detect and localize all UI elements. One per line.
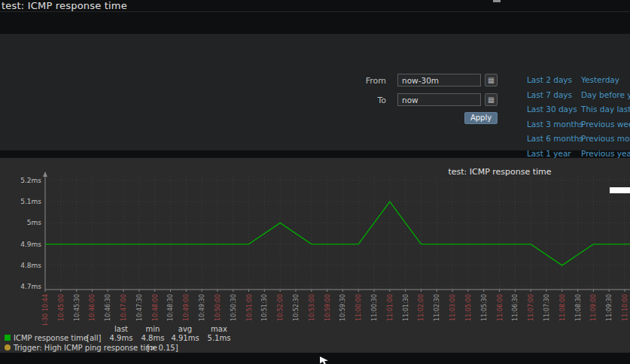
legend-header-max: max [196,325,242,333]
x-axis-label: 11:00:00 [355,294,362,321]
x-axis-label: 11:05:30 [481,294,488,321]
x-axis-label: 10:47:00 [120,294,127,321]
from-label: From [354,76,386,86]
quicklink-previous-week[interactable]: Previous week [581,117,630,132]
x-axis-label: 10:51:30 [261,294,268,321]
x-axis-label: 10:47:30 [136,294,143,321]
to-calendar-icon[interactable]: ▦ [485,93,498,106]
time-filter-panel: From ▦ To ▦ Apply Last 2 daysLast 7 days… [0,34,630,150]
quicklink-last-6-months[interactable]: Last 6 months [527,132,583,147]
zabbix-page: test: ICMP response time From ▦ To ▦ App… [0,0,630,364]
x-axis-label: 11:09:30 [606,294,613,321]
quicklink-previous-month[interactable]: Previous month [581,132,630,147]
x-axis-label: 10:50:30 [230,294,237,321]
x-axis-label: 11:08:00 [559,294,566,321]
quicklink-last-30-days[interactable]: Last 30 days [527,102,583,117]
x-axis-label: 11:07:00 [528,294,534,321]
response-time-chart: 5.2ms5.1ms5ms4.9ms4.8ms4.7ms04-30 10:441… [0,158,630,325]
x-axis-label: 11:00:30 [371,294,378,321]
quicklink-yesterday[interactable]: Yesterday [581,73,630,88]
x-axis-label: 11:02:30 [434,294,440,321]
graph-widget: 5.2ms5.1ms5ms4.9ms4.8ms4.7ms04-30 10:441… [0,158,630,353]
chart-title: test: ICMP response time [448,167,551,177]
to-label: To [354,96,386,105]
from-calendar-icon[interactable]: ▦ [485,74,498,86]
trigger-dot-icon [5,344,11,350]
y-axis-label: 4.9ms [20,241,41,248]
trigger-condition: [> 0.15] [147,344,178,352]
series-line-icmp-response-time [45,202,630,265]
x-axis-label: 10:59:30 [339,294,346,321]
y-axis-label: 5.1ms [20,198,41,205]
x-axis-label: 11:07:30 [543,294,550,321]
quicklink-last-2-days[interactable]: Last 2 days [527,73,583,88]
x-axis-label: 10:49:00 [183,294,190,321]
x-axis-label: 10:53:00 [309,294,315,321]
quick-links-col2: YesterdayDay before yesterdayThis day la… [581,73,630,161]
x-axis-label: 10:52:30 [293,294,300,321]
x-axis-label: 10:59:00 [324,294,331,321]
x-axis-label: 11:06:30 [512,294,519,321]
quicklink-this-day-last-week[interactable]: This day last week [581,102,630,117]
header-separator [0,11,630,12]
x-axis-label: 04-30 10:44 [42,294,49,325]
to-input[interactable] [397,93,481,106]
x-axis-label: 11:03:00 [449,294,456,321]
x-axis-label: 11:01:30 [403,294,409,321]
series-name: ICMP response time [14,334,88,342]
x-axis-label: 10:45:00 [58,294,65,321]
x-axis-label: 10:49:30 [199,294,205,321]
x-axis-label: 11:09:00 [590,294,597,321]
y-axis-label: 4.7ms [20,283,41,290]
legend-header-row: last min avg max [0,325,630,333]
white-overlay-artifact [610,187,630,193]
y-axis-label: 4.8ms [20,262,41,269]
y-axis-label: 5ms [27,219,41,226]
x-axis-label: 11:01:00 [387,294,394,321]
x-axis-label: 10:46:30 [105,294,111,321]
x-axis-label: 11:08:30 [575,294,582,321]
x-axis-label: 11:06:00 [497,294,504,321]
from-input[interactable] [397,74,481,86]
x-axis-label: 11:05:00 [465,294,472,321]
page-title: test: ICMP response time [2,0,127,11]
quicklink-last-3-months[interactable]: Last 3 months [527,117,583,132]
apply-button[interactable]: Apply [464,112,498,124]
x-axis-label: 10:51:00 [246,294,253,321]
series-color-swatch [5,335,11,341]
x-axis-label: 11:02:00 [418,294,425,321]
x-axis-label: 10:45:30 [74,294,81,321]
legend-series-row: ICMP response time [all] 4.9ms 4.8ms 4.9… [0,334,630,343]
y-axis-label: 5.2ms [20,177,41,184]
series-max-value: 5.1ms [196,334,242,342]
x-axis-label: 10:50:00 [215,294,221,321]
x-axis-label: 10:48:30 [167,294,174,321]
quicklink-last-7-days[interactable]: Last 7 days [527,88,583,103]
legend-trigger-row: Trigger: High ICMP ping response time [>… [0,344,630,353]
trigger-name: Trigger: High ICMP ping response time [14,344,157,352]
bottom-strip [0,353,630,364]
x-axis-label: 10:46:00 [89,294,96,321]
x-axis-label: 11:10:00 [622,294,628,321]
x-axis-label: 10:52:00 [277,294,284,321]
x-axis-label: 10:48:00 [152,294,159,321]
quicklink-day-before-yesterday[interactable]: Day before yesterday [581,88,630,103]
cutoff-menu-icon [493,0,501,2]
